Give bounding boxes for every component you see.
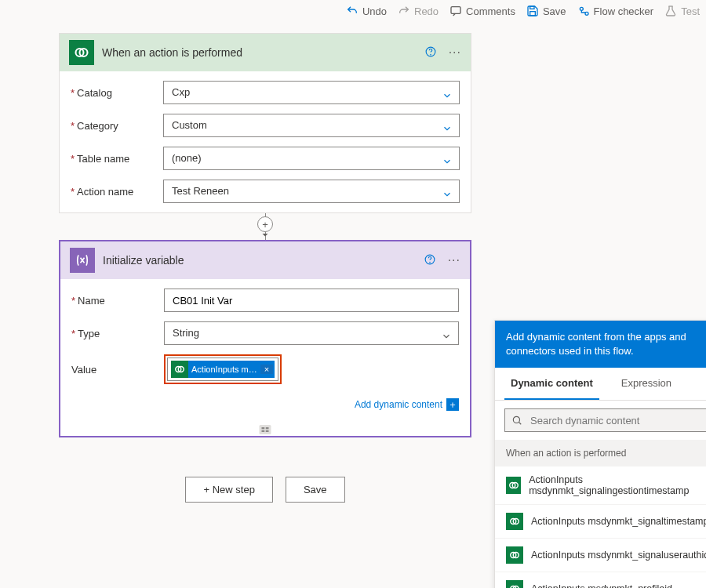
category-label: *Category: [71, 120, 163, 132]
dataverse-icon: [171, 361, 188, 378]
chevron-down-icon: [442, 87, 453, 109]
dynamic-content-pill[interactable]: ActionInputs m… ×: [171, 361, 275, 378]
redo-label: Redo: [414, 5, 439, 17]
chevron-down-icon: [442, 153, 453, 175]
save-button[interactable]: Save: [526, 5, 566, 17]
tab-expression[interactable]: Expression: [615, 368, 678, 400]
flow-checker-label: Flow checker: [594, 5, 654, 17]
test-button[interactable]: Test: [664, 5, 700, 17]
add-dynamic-content-link[interactable]: Add dynamic content: [355, 399, 442, 410]
redo-icon: [398, 5, 410, 17]
connector: +: [59, 213, 471, 240]
dataverse-icon: [69, 40, 94, 65]
test-icon: [664, 5, 677, 17]
category-dropdown[interactable]: Custom: [163, 114, 460, 137]
arrow-down-icon: [260, 228, 271, 241]
svg-point-3: [580, 7, 583, 10]
test-label: Test: [681, 5, 700, 17]
svg-point-4: [585, 12, 588, 15]
dynamic-content-section: When an action is performed: [495, 440, 706, 466]
catalog-label: *Catalog: [71, 87, 163, 99]
action-title: Initialize variable: [103, 254, 424, 267]
tab-dynamic-content[interactable]: Dynamic content: [504, 368, 599, 400]
undo-button[interactable]: Undo: [346, 5, 387, 17]
undo-icon: [346, 5, 358, 17]
chevron-down-icon: [441, 328, 452, 350]
undo-label: Undo: [362, 5, 387, 17]
svg-rect-1: [530, 6, 534, 9]
type-dropdown[interactable]: String: [164, 321, 459, 345]
pill-label: ActionInputs m…: [191, 365, 259, 374]
chevron-down-icon: [442, 186, 453, 208]
dynamic-content-item[interactable]: ActionInputs msdynmkt_signalingestiontim…: [495, 466, 706, 505]
trigger-title: When an action is performed: [102, 46, 425, 59]
initialize-variable-card: Initialize variable ··· *Name *Type Stri…: [59, 240, 471, 437]
dataverse-icon: [506, 477, 521, 494]
drag-handle-icon[interactable]: [258, 423, 272, 436]
search-box[interactable]: [504, 408, 706, 432]
svg-rect-17: [266, 430, 269, 432]
type-label: *Type: [71, 328, 164, 339]
catalog-dropdown[interactable]: Cxp: [163, 81, 460, 104]
svg-point-8: [430, 54, 431, 55]
save-icon: [526, 5, 539, 17]
dynamic-content-header: Add dynamic content from the apps and co…: [495, 321, 706, 368]
item-label: ActionInputs msdynmkt_signalingestiontim…: [529, 474, 706, 496]
item-label: ActionInputs msdynmkt_profileid: [531, 583, 672, 588]
new-step-button[interactable]: + New step: [185, 477, 272, 503]
name-input[interactable]: [164, 289, 459, 312]
trigger-header[interactable]: When an action is performed ···: [60, 34, 471, 71]
svg-rect-16: [262, 430, 265, 432]
redo-button: Redo: [398, 5, 439, 17]
initialize-variable-header[interactable]: Initialize variable ···: [60, 241, 470, 279]
save-flow-button[interactable]: Save: [286, 477, 345, 503]
svg-rect-13: [260, 425, 271, 434]
dataverse-icon: [506, 546, 523, 564]
help-icon[interactable]: [424, 254, 435, 267]
table-name-dropdown[interactable]: (none): [163, 147, 460, 170]
item-label: ActionInputs msdynmkt_signaluserauthid: [531, 550, 706, 561]
svg-rect-0: [451, 7, 460, 14]
item-label: ActionInputs msdynmkt_signaltimestamp: [531, 516, 706, 527]
variable-icon: [70, 248, 95, 273]
more-icon[interactable]: ···: [449, 45, 461, 60]
dynamic-content-item[interactable]: ActionInputs msdynmkt_signaltimestamp: [495, 505, 706, 539]
svg-rect-2: [530, 12, 536, 16]
svg-rect-15: [266, 427, 269, 429]
comments-icon: [449, 5, 462, 17]
table-name-label: *Table name: [71, 153, 163, 165]
save-label: Save: [543, 5, 566, 17]
value-input[interactable]: ActionInputs m… ×: [167, 358, 278, 381]
help-icon[interactable]: [425, 46, 436, 60]
svg-point-18: [513, 417, 519, 423]
dataverse-icon: [506, 513, 523, 530]
dynamic-content-item[interactable]: ActionInputs msdynmkt_profileid: [495, 572, 706, 588]
action-name-label: *Action name: [71, 186, 163, 198]
pill-remove-button[interactable]: ×: [260, 365, 273, 374]
value-label: Value: [71, 364, 164, 376]
search-icon: [511, 415, 522, 426]
chevron-down-icon: [442, 120, 453, 142]
flow-checker-icon: [577, 5, 590, 17]
trigger-card: When an action is performed ··· *Catalog…: [59, 33, 471, 213]
flow-checker-button[interactable]: Flow checker: [577, 5, 654, 17]
comments-label: Comments: [466, 5, 515, 17]
dataverse-icon: [506, 580, 523, 588]
dynamic-content-panel: Add dynamic content from the apps and co…: [494, 320, 706, 588]
svg-rect-14: [262, 427, 265, 429]
search-input[interactable]: [529, 414, 706, 427]
add-dynamic-content-button[interactable]: ＋: [446, 398, 459, 411]
more-icon[interactable]: ···: [448, 253, 460, 267]
highlight-box: ActionInputs m… ×: [164, 354, 282, 384]
action-name-dropdown[interactable]: Test Reneen: [163, 180, 460, 203]
svg-point-10: [429, 262, 430, 263]
dynamic-content-item[interactable]: ActionInputs msdynmkt_signaluserauthid: [495, 539, 706, 572]
name-label: *Name: [71, 295, 164, 307]
comments-button[interactable]: Comments: [449, 5, 515, 17]
